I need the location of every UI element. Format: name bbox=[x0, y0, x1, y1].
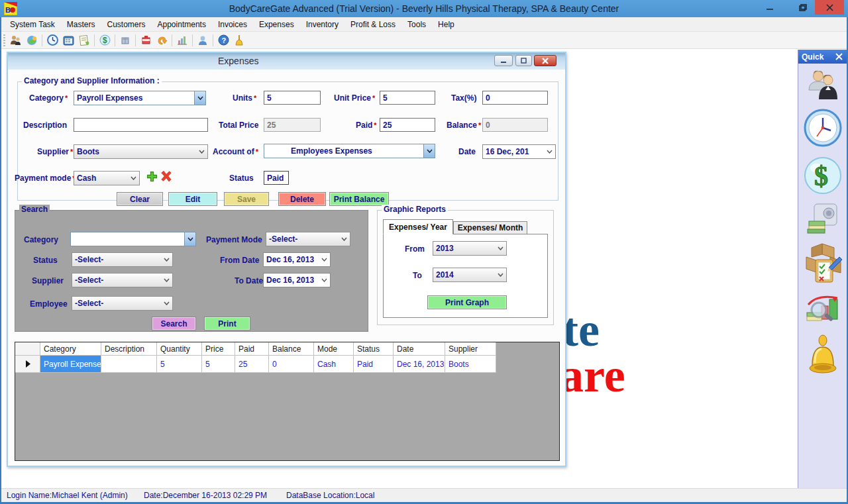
clear-button[interactable]: Clear bbox=[117, 192, 163, 206]
chevron-down-icon[interactable] bbox=[128, 172, 139, 185]
search-to-date-picker[interactable]: Dec 16, 2013 bbox=[263, 273, 331, 287]
menu-masters[interactable]: Masters bbox=[61, 18, 101, 31]
grid-cell-description[interactable] bbox=[101, 356, 157, 373]
dialog-minimize-button[interactable] bbox=[494, 55, 513, 66]
search-button[interactable]: Search bbox=[152, 317, 196, 330]
chevron-down-icon[interactable] bbox=[161, 274, 172, 287]
customers-icon[interactable] bbox=[806, 69, 840, 101]
clock-icon[interactable] bbox=[804, 109, 842, 147]
chevron-down-icon[interactable] bbox=[423, 144, 435, 158]
grid-cell-price[interactable]: 5 bbox=[202, 356, 235, 373]
grid-col-category[interactable]: Category bbox=[40, 342, 101, 356]
reports-search-icon[interactable] bbox=[804, 293, 841, 327]
chevron-down-icon[interactable] bbox=[319, 253, 330, 266]
grid-cell-paid[interactable]: 25 bbox=[235, 356, 269, 373]
save-button[interactable]: Save bbox=[224, 192, 269, 206]
search-from-date-picker[interactable]: Dec 16, 2013 bbox=[263, 252, 331, 267]
units-input[interactable]: 5 bbox=[264, 91, 321, 105]
search-supplier-combobox[interactable]: -Select- bbox=[72, 273, 173, 287]
unit-price-input[interactable]: 5 bbox=[380, 91, 435, 105]
print-balance-button[interactable]: Print Balance bbox=[329, 192, 389, 206]
grid-col-balance[interactable]: Balance bbox=[269, 342, 314, 356]
grid-col-description[interactable]: Description bbox=[101, 342, 157, 356]
chevron-down-icon[interactable] bbox=[184, 232, 195, 246]
grid-col-status[interactable]: Status bbox=[354, 342, 394, 356]
appointments-icon[interactable] bbox=[44, 33, 60, 48]
cleanup-icon[interactable] bbox=[231, 33, 247, 48]
menu-inventory[interactable]: Inventory bbox=[300, 18, 344, 31]
graph-from-year-combobox[interactable]: 2013 bbox=[433, 241, 507, 256]
grid-cell-category[interactable]: Payroll Expenses bbox=[40, 356, 101, 373]
add-payment-mode-icon[interactable] bbox=[146, 171, 158, 182]
grid-col-date[interactable]: Date bbox=[394, 342, 445, 356]
dialog-close-button[interactable] bbox=[534, 55, 556, 66]
tax-input[interactable]: 0 bbox=[482, 91, 548, 105]
chevron-down-icon[interactable] bbox=[544, 145, 555, 158]
grid-col-supplier[interactable]: Supplier bbox=[445, 342, 496, 356]
inventory-icon[interactable] bbox=[117, 33, 133, 48]
expenses-icon[interactable] bbox=[138, 33, 154, 48]
grid-cell-date[interactable]: Dec 16, 2013 bbox=[394, 356, 445, 373]
expenses-dialog-titlebar[interactable]: Expenses bbox=[8, 53, 565, 70]
money-icon[interactable]: $ bbox=[804, 156, 842, 195]
grid-cell-quantity[interactable]: 5 bbox=[157, 356, 202, 373]
row-selector-arrow-icon[interactable] bbox=[15, 356, 40, 373]
account-of-combobox[interactable]: Employees Expenses bbox=[264, 144, 435, 158]
reports-icon[interactable] bbox=[174, 33, 190, 48]
chevron-down-icon[interactable] bbox=[495, 242, 506, 255]
help-icon[interactable]: ? bbox=[215, 33, 231, 48]
bell-icon[interactable] bbox=[806, 334, 840, 375]
menu-tools[interactable]: Tools bbox=[401, 18, 432, 31]
grid-col-quantity[interactable]: Quantity bbox=[157, 342, 202, 356]
grid-col-price[interactable]: Price bbox=[202, 342, 235, 356]
menu-help[interactable]: Help bbox=[432, 18, 460, 31]
search-status-combobox[interactable]: -Select- bbox=[72, 252, 173, 267]
grid-col-mode[interactable]: Mode bbox=[314, 342, 354, 356]
print-graph-button[interactable]: Print Graph bbox=[427, 295, 507, 309]
menu-profit-loss[interactable]: Profit & Loss bbox=[344, 18, 401, 31]
grid-data-row[interactable]: Payroll Expenses 5 5 25 0 Cash Paid Dec … bbox=[15, 356, 496, 373]
chevron-down-icon[interactable] bbox=[495, 268, 506, 281]
edit-button[interactable]: Edit bbox=[168, 192, 217, 206]
menu-system-task[interactable]: System Task bbox=[4, 18, 61, 31]
menu-appointments[interactable]: Appointments bbox=[152, 18, 212, 31]
cash-safe-icon[interactable] bbox=[806, 203, 839, 234]
grid-cell-mode[interactable]: Cash bbox=[314, 356, 354, 373]
search-category-combobox[interactable] bbox=[70, 232, 196, 246]
description-input[interactable] bbox=[74, 118, 208, 132]
search-print-button[interactable]: Print bbox=[204, 317, 250, 330]
customers-icon[interactable] bbox=[8, 33, 24, 48]
menu-invoices[interactable]: Invoices bbox=[212, 18, 253, 31]
restore-button[interactable] bbox=[792, 0, 814, 15]
calendar-icon[interactable] bbox=[60, 33, 76, 48]
payment-mode-combobox[interactable]: Cash bbox=[74, 171, 140, 185]
masters-icon[interactable] bbox=[24, 33, 40, 48]
quick-close-icon[interactable] bbox=[835, 52, 843, 61]
delete-payment-mode-icon[interactable] bbox=[160, 170, 172, 182]
grid-cell-balance[interactable]: 0 bbox=[269, 356, 314, 373]
menu-expenses[interactable]: Expenses bbox=[253, 18, 300, 31]
invoices-icon[interactable] bbox=[76, 33, 92, 48]
minimize-button[interactable] bbox=[759, 0, 780, 15]
returns-icon[interactable] bbox=[154, 33, 170, 48]
date-picker[interactable]: 16 Dec, 201 bbox=[482, 144, 556, 159]
search-payment-mode-combobox[interactable]: -Select- bbox=[266, 232, 350, 246]
search-employee-combobox[interactable]: -Select- bbox=[72, 296, 173, 311]
payments-icon[interactable]: $ bbox=[97, 33, 113, 48]
chevron-down-icon[interactable] bbox=[196, 145, 207, 158]
chevron-down-icon[interactable] bbox=[194, 91, 205, 105]
users-icon[interactable] bbox=[195, 33, 211, 48]
chevron-down-icon[interactable] bbox=[319, 274, 330, 287]
delete-button[interactable]: Delete bbox=[278, 192, 326, 206]
chevron-down-icon[interactable] bbox=[339, 232, 350, 246]
inventory-icon[interactable] bbox=[802, 242, 843, 285]
paid-input[interactable]: 25 bbox=[380, 118, 435, 132]
supplier-combobox[interactable]: Boots bbox=[74, 144, 208, 159]
grid-cell-status[interactable]: Paid bbox=[354, 356, 394, 373]
tab-expenses-month[interactable]: Expenses/ Month bbox=[453, 221, 527, 234]
dialog-maximize-button[interactable] bbox=[515, 55, 532, 66]
chevron-down-icon[interactable] bbox=[161, 297, 172, 310]
chevron-down-icon[interactable] bbox=[161, 253, 172, 266]
graph-to-year-combobox[interactable]: 2014 bbox=[433, 268, 507, 282]
category-combobox[interactable]: Payroll Expenses bbox=[74, 91, 206, 105]
